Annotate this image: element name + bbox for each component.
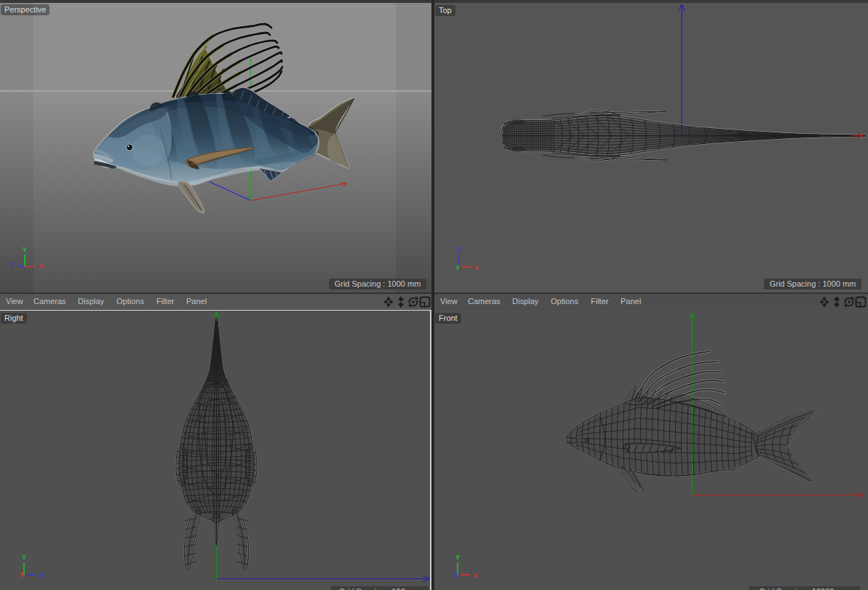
svg-text:Z: Z [457, 246, 461, 253]
svg-text:X: X [473, 572, 477, 579]
svg-text:X: X [20, 571, 24, 578]
svg-text:X: X [474, 264, 479, 271]
svg-text:X: X [39, 263, 43, 270]
svg-text:Y: Y [22, 554, 26, 561]
svg-text:Y: Y [455, 554, 460, 561]
svg-text:Y: Y [23, 246, 27, 253]
svg-text:Z: Z [453, 571, 458, 578]
svg-text:Y: Y [455, 264, 460, 271]
svg-text:Z: Z [39, 572, 44, 579]
svg-text:Z: Z [10, 260, 15, 268]
